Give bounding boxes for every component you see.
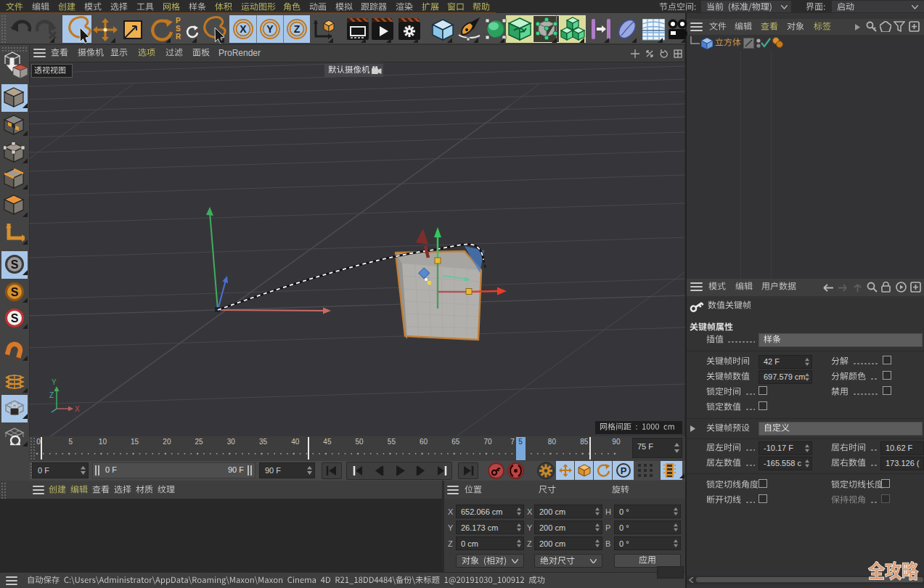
svg-text:S: S: [11, 286, 19, 298]
svg-text:R: R: [176, 33, 181, 41]
svg-text:Y: Y: [52, 378, 57, 386]
svg-text:X: X: [240, 23, 247, 35]
svg-text:S: S: [176, 25, 181, 33]
svg-text:P: P: [621, 465, 627, 476]
svg-text:S: S: [11, 258, 19, 271]
svg-text:Y: Y: [266, 23, 274, 35]
svg-text:S: S: [11, 312, 19, 324]
svg-text:X: X: [75, 405, 80, 413]
svg-text:Z: Z: [294, 23, 300, 35]
svg-text:P: P: [176, 17, 181, 25]
svg-text:Z: Z: [49, 391, 54, 399]
